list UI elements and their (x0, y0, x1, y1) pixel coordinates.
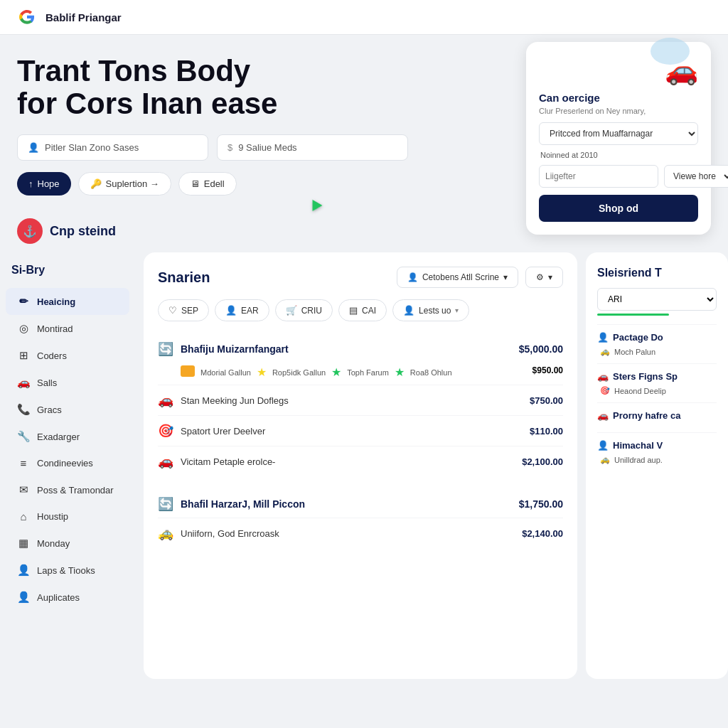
car-icon-right2: 🚗 (597, 371, 609, 382)
filter-edell-button[interactable]: 🖥 Edell (178, 172, 237, 196)
filter-suplertion-button[interactable]: 🔑 Suplertion → (78, 172, 171, 196)
target-icon-right2: 🎯 (600, 386, 610, 395)
topbar: Bablif Priangar (0, 0, 728, 35)
transaction-header-1: 🔄 Bhafiju Muizarnfangart $5,000.00 (158, 333, 563, 363)
car-icon-item1: 🚗 (158, 392, 173, 408)
chevron-down-icon3: ▾ (455, 306, 459, 314)
person-icon-right1: 👤 (597, 332, 609, 343)
sidebar-item-poss[interactable]: ✉ Poss & Tramondar (6, 476, 129, 503)
car-input-field[interactable] (539, 165, 658, 188)
person-icon: 👤 (28, 142, 39, 153)
monitor-icon: 🖥 (191, 178, 200, 189)
sync-icon: 🔄 (158, 341, 173, 357)
circle-icon: ◎ (17, 322, 30, 335)
sidebar-item-gracs[interactable]: 📞 Gracs (6, 396, 129, 423)
chevron-down-icon2: ▾ (548, 272, 552, 282)
car-view-select[interactable]: Viewe hore (664, 165, 728, 188)
filter-hope-button[interactable]: ↑ Hope (17, 172, 71, 196)
filter-tab-sep[interactable]: ♡ SEP (158, 299, 209, 321)
right-item-sub-1: 🚕 Moch Palun (597, 347, 717, 356)
filter-tab-ear[interactable]: 👤 EAR (215, 299, 269, 321)
sidebar-item-heaicing[interactable]: ✏ Heaicing (6, 288, 129, 315)
right-item-1: 👤 Pactage Do 🚕 Moch Palun (597, 324, 717, 363)
target-icon: 🎯 (158, 423, 173, 439)
sidebar-item-coders[interactable]: ⊞ Coders (6, 342, 129, 369)
person-icon-right4: 👤 (597, 440, 609, 451)
car-location-select[interactable]: Pritcced from Muaffarnagar (539, 122, 698, 145)
filter-tab-criu[interactable]: 🛒 CRIU (275, 299, 333, 321)
sync-icon2: 🔄 (158, 496, 173, 512)
item-amount-3: $2,100.00 (522, 456, 563, 467)
item-text-1: Stan Meeking Jun Doflegs (181, 395, 289, 406)
person-icon: 👤 (407, 272, 418, 282)
car-image: 🚗 (665, 55, 698, 85)
transaction-title-2: 🔄 Bhafil HarzarJ, Mill Piccon (158, 496, 305, 512)
filter-tab-cai[interactable]: ▤ CAI (338, 299, 387, 321)
car-card-name: Can oercige (539, 92, 698, 104)
hero-heading: Trant Tons Body for Cors Inan ease (17, 55, 408, 120)
progress-bar (597, 314, 669, 316)
badge-4: Roa8 Ohlun (410, 365, 452, 379)
sidebar-item-monday[interactable]: ▦ Monday (6, 530, 129, 557)
filter-tabs: ♡ SEP 👤 EAR 🛒 CRIU ▤ CAI 👤 Lests uo ▾ (158, 299, 563, 321)
list-icon: ≡ (17, 457, 30, 469)
key-icon: 🔑 (90, 178, 102, 189)
badge-icon-1 (181, 365, 195, 377)
item-left-4: 🚕 Uniiforn, God Enrcroask (158, 525, 279, 541)
arrow-up-icon: ↑ (28, 178, 33, 189)
gear-icon: ⚙ (536, 272, 544, 282)
customers-button[interactable]: 👤 Cetobens Atll Scrine ▾ (397, 267, 518, 288)
user-icon: 👤 (225, 305, 237, 316)
home-icon: ⌂ (17, 510, 30, 523)
sidebar-item-laps[interactable]: 👤 Laps & Tiooks (6, 557, 129, 584)
cart-icon: 🛒 (286, 305, 297, 316)
transaction-header-2: 🔄 Bhafil HarzarJ, Mill Piccon $1,750.00 (158, 488, 563, 518)
doc-icon: ▤ (349, 305, 358, 316)
topbar-title: Bablif Priangar (46, 11, 122, 23)
panel-title: Snarien (158, 269, 210, 286)
search-input-amount[interactable]: $ 9 Saliue Meds (217, 134, 408, 161)
transaction-amount-1: $5,000.00 (519, 343, 563, 355)
car-year-label: Noinned at 2010 (539, 151, 698, 159)
item-amount-2: $110.00 (530, 426, 563, 437)
item-text-4: Uniiforn, God Enrcroask (181, 528, 279, 539)
settings-button[interactable]: ⚙ ▾ (525, 267, 563, 288)
transaction-group-2: 🔄 Bhafil HarzarJ, Mill Piccon $1,750.00 … (158, 488, 563, 548)
sidebar-item-houstip[interactable]: ⌂ Houstip (6, 503, 129, 530)
sidebar-item-exadarger[interactable]: 🔧 Exadarger (6, 423, 129, 450)
transaction-item-1: 🚗 Stan Meeking Jun Doflegs $750.00 (158, 385, 563, 415)
right-item-title-3: 🚗 Prorny hafre ca (597, 410, 717, 421)
search-input-location[interactable]: 👤 Pitler Slan Zono Sases (17, 134, 208, 161)
badge-1: Mdorial Gallun (200, 365, 251, 379)
badge-3: Toph Farum (347, 365, 389, 379)
transaction-item-4: 🚕 Uniiforn, God Enrcroask $2,140.00 (158, 518, 563, 548)
car-card: 🚗 Can oercige Clur Preserlend on Ney nma… (526, 42, 711, 235)
filter-buttons: ↑ Hope 🔑 Suplertion → 🖥 Edell (17, 172, 408, 196)
right-item-title-1: 👤 Pactage Do (597, 332, 717, 343)
right-panel-select[interactable]: ARI (597, 288, 717, 311)
sidebar-item-salls[interactable]: 🚗 Salls (6, 369, 129, 396)
badge-2: Rop5idk Gallun (272, 365, 326, 379)
grid-icon: ⊞ (17, 349, 30, 362)
right-item-sub-2: 🎯 Heaond Deelip (597, 386, 717, 395)
transaction-group-1: 🔄 Bhafiju Muizarnfangart $5,000.00 Mdori… (158, 333, 563, 476)
user-icon: 👤 (17, 564, 30, 577)
sidebar-item-auplicates[interactable]: 👤 Auplicates (6, 584, 129, 611)
transaction-amount-2: $1,750.00 (519, 498, 563, 510)
transaction-item-2: 🎯 Spatort Urer Deelver $110.00 (158, 415, 563, 446)
shop-button[interactable]: Shop od (539, 195, 698, 222)
item-text-3: Vicitam Petaple erolce- (181, 456, 275, 467)
star-icon-1: ★ (257, 365, 267, 379)
transaction-title-1: 🔄 Bhafiju Muizarnfangart (158, 341, 289, 357)
right-item-3: 🚗 Prorny hafre ca (597, 402, 717, 432)
right-panel-title: Sleisriend T (597, 267, 717, 279)
transaction-item-3: 🚗 Vicitam Petaple erolce- $2,100.00 (158, 446, 563, 476)
filter-tab-lests[interactable]: 👤 Lests uo ▾ (392, 299, 469, 321)
sidebar-item-montirad[interactable]: ◎ Montirad (6, 315, 129, 342)
anchor-icon: ⚓ (23, 225, 37, 238)
user3-icon: 👤 (403, 305, 414, 316)
right-panel: Sleisriend T ARI 👤 Pactage Do 🚕 Moch Pal… (586, 252, 728, 679)
phone-icon: 📞 (17, 403, 30, 416)
sidebar-item-condineevies[interactable]: ≡ Condineevies (6, 450, 129, 476)
wrench-icon: 🔧 (17, 430, 30, 443)
